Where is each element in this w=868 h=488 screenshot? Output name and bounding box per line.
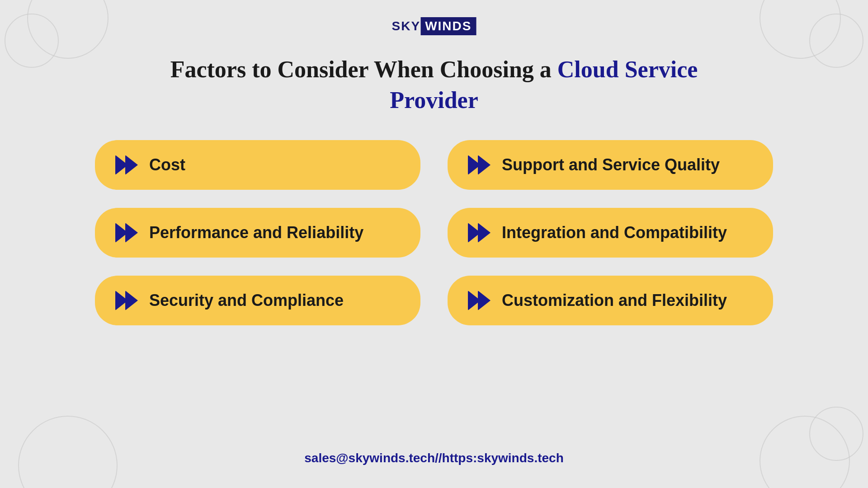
decorative-circle-br1 (760, 416, 850, 488)
card-cost-label: Cost (149, 155, 185, 174)
card-customization: Customization and Flexibility (448, 276, 773, 325)
card-security: Security and Compliance (95, 276, 420, 325)
card-cost-icon (115, 154, 140, 176)
card-cost: Cost (95, 140, 420, 190)
arrow-icon-support (468, 154, 493, 176)
decorative-circle-bl1 (18, 416, 118, 488)
decorative-circle-tr2 (809, 14, 863, 68)
logo: SKY WINDS (392, 17, 476, 35)
card-security-icon (115, 289, 140, 312)
logo-sky: SKY (392, 19, 421, 33)
card-support-icon (468, 154, 493, 176)
arrow-icon-customization (468, 289, 493, 312)
card-performance-label: Performance and Reliability (149, 223, 363, 242)
arrow-icon-performance (115, 221, 140, 244)
card-support: Support and Service Quality (448, 140, 773, 190)
card-performance-icon (115, 221, 140, 244)
card-support-label: Support and Service Quality (502, 155, 720, 174)
cards-grid: Cost Support and Service Quality Perform… (95, 140, 773, 325)
arrow-icon-cost (115, 154, 140, 176)
card-integration-label: Integration and Compatibility (502, 223, 727, 242)
decorative-circle-tr1 (760, 0, 841, 59)
decorative-circle-br2 (809, 407, 863, 461)
card-integration: Integration and Compatibility (448, 208, 773, 258)
card-security-label: Security and Compliance (149, 291, 344, 310)
card-customization-label: Customization and Flexibility (502, 291, 727, 310)
card-performance: Performance and Reliability (95, 208, 420, 258)
card-customization-icon (468, 289, 493, 312)
page-title: Factors to Consider When Choosing a Clou… (163, 54, 705, 115)
footer-text: sales@skywinds.tech//https:skywinds.tech (304, 451, 564, 465)
arrow-icon-security (115, 289, 140, 312)
card-integration-icon (468, 221, 493, 244)
decorative-circle-tl2 (5, 14, 59, 68)
title-part1: Factors to Consider When Choosing a (170, 56, 557, 82)
logo-winds: WINDS (420, 17, 476, 35)
arrow-icon-integration (468, 221, 493, 244)
decorative-circle-tl1 (27, 0, 108, 59)
